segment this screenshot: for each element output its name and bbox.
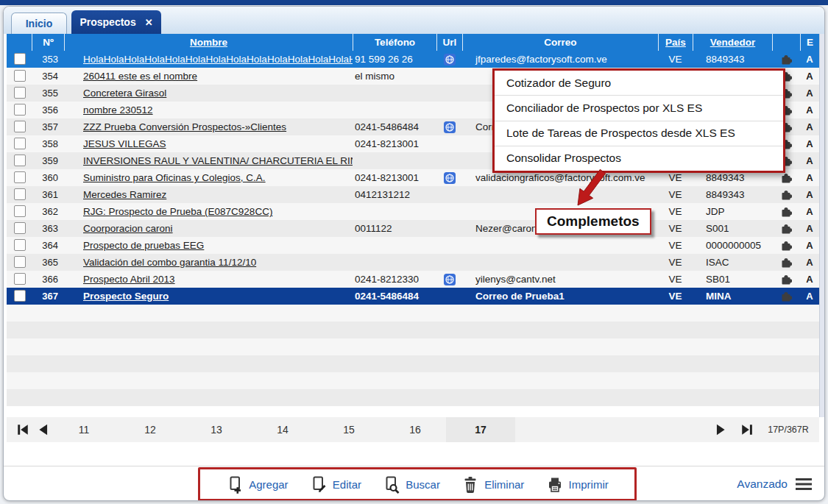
puzzle-icon[interactable]	[780, 240, 792, 252]
prospect-name-link[interactable]: RJG: Prospecto de Prueba (E087C928CC)	[64, 203, 353, 220]
row-checkbox[interactable]	[14, 121, 26, 132]
screen: Inicio Prospectos ✕ Nº Nombre Teléfono U…	[0, 0, 828, 504]
toolbar-button-editar[interactable]: Editar	[310, 475, 361, 494]
row-checkbox[interactable]	[14, 138, 26, 149]
pagination-page-11[interactable]: 11	[62, 417, 106, 442]
row-telefono: 0241-8213001	[353, 169, 436, 186]
table-row[interactable]: 364Prospecto de pruebas EEGVE0000000005A	[7, 237, 819, 254]
table-row[interactable]: 362RJG: Prospecto de Prueba (E087C928CC)…	[7, 203, 819, 220]
row-checkbox[interactable]	[14, 273, 26, 285]
puzzle-icon[interactable]	[780, 172, 792, 184]
table-row[interactable]: 363Coorporacion caroni0011122Nezer@caron…	[7, 220, 819, 237]
column-header-telefono: Teléfono	[353, 34, 436, 51]
puzzle-icon[interactable]	[780, 291, 792, 302]
row-checkbox[interactable]	[14, 290, 26, 302]
prospect-name-link[interactable]: Prospecto de pruebas EEG	[64, 237, 353, 254]
row-estado: A	[800, 203, 819, 220]
row-checkbox[interactable]	[14, 205, 26, 217]
empty-row	[7, 322, 819, 338]
puzzle-icon[interactable]	[780, 206, 792, 218]
pagination-current-page[interactable]: 17	[446, 417, 515, 442]
pagination-page-15[interactable]: 15	[327, 417, 371, 442]
menu-item[interactable]: Conciliador de Prospectos por XLS ES	[495, 95, 783, 120]
row-checkbox[interactable]	[14, 171, 26, 183]
menu-item[interactable]: Lote de Tareas de Prospectos desde XLS E…	[495, 121, 783, 146]
prospect-name-link[interactable]: Coorporacion caroni	[64, 220, 353, 237]
puzzle-icon[interactable]	[780, 223, 792, 235]
trash-icon	[461, 475, 479, 494]
table-row[interactable]: 367Prospecto Seguro0241-5486484Correo de…	[7, 288, 819, 305]
prospect-name-link[interactable]: Mercedes Ramirez	[64, 186, 353, 203]
right-scroll-rail[interactable]	[819, 34, 825, 417]
pagination-first-button[interactable]	[14, 417, 32, 442]
menu-item[interactable]: Cotizador de Seguro	[495, 71, 783, 95]
row-telefono	[353, 203, 436, 220]
globe-icon[interactable]	[444, 54, 456, 65]
row-checkbox[interactable]	[14, 87, 26, 99]
row-checkbox[interactable]	[14, 222, 26, 234]
advanced-button[interactable]: Avanzado	[737, 467, 813, 501]
row-estado: A	[800, 135, 819, 152]
prospect-name-link[interactable]: Suministro para Oficinas y Colegios, C.A…	[64, 169, 353, 186]
table-row[interactable]: 366Prospecto Abril 20130241-8212330yilen…	[7, 271, 819, 288]
tab-close-icon[interactable]: ✕	[145, 17, 153, 28]
prospect-name-link[interactable]: 260411 este es el nombre	[64, 68, 353, 85]
table-row[interactable]: 365Validación del combo garantia 11/12/1…	[7, 254, 819, 271]
pagination-page-13[interactable]: 13	[194, 417, 238, 442]
globe-icon[interactable]	[444, 274, 456, 285]
row-checkbox[interactable]	[14, 188, 26, 200]
toolbar-button-eliminar[interactable]: Eliminar	[461, 475, 524, 494]
row-telefono	[353, 254, 436, 271]
globe-icon[interactable]	[444, 172, 456, 184]
row-number: 365	[32, 254, 64, 271]
prospect-name-link[interactable]: Validación del combo garantia 11/12/10	[64, 254, 353, 271]
table-row[interactable]: 353HolaHolaHolaHolaHolaHolaHolaHolaHolaH…	[7, 51, 819, 68]
prospect-name-link[interactable]: HolaHolaHolaHolaHolaHolaHolaHolaHolaHola…	[64, 51, 353, 68]
prospect-name-link[interactable]: Prospecto Seguro	[64, 288, 353, 305]
row-url	[436, 203, 462, 220]
puzzle-icon[interactable]	[780, 54, 792, 65]
toolbar-highlight: AgregarEditarBuscarEliminarImprimir	[198, 467, 637, 501]
column-header-pais[interactable]: País	[658, 34, 693, 51]
row-checkbox[interactable]	[14, 53, 26, 65]
prospect-name-link[interactable]: Concretera Girasol	[64, 85, 353, 102]
toolbar-button-agregar[interactable]: Agregar	[226, 475, 288, 494]
tab-inicio-label: Inicio	[26, 18, 53, 29]
row-url	[436, 135, 462, 152]
globe-icon[interactable]	[444, 121, 456, 133]
menu-item[interactable]: Consolidar Prospectos	[495, 146, 783, 171]
column-header-nombre[interactable]: Nombre	[64, 34, 353, 51]
tab-prospectos-label: Prospectos	[79, 16, 135, 28]
tab-inicio[interactable]: Inicio	[11, 13, 67, 34]
pagination-page-14[interactable]: 14	[261, 417, 305, 442]
pagination-last-button[interactable]	[737, 417, 757, 442]
row-checkbox[interactable]	[14, 70, 26, 82]
toolbar-button-buscar[interactable]: Buscar	[383, 475, 440, 494]
table-row[interactable]: 361Mercedes Ramirez0412131212VE8849343A	[7, 186, 819, 203]
pagination-page-12[interactable]: 12	[128, 417, 172, 442]
column-header-vendedor[interactable]: Vendedor	[693, 34, 772, 51]
row-url	[436, 68, 462, 85]
puzzle-icon[interactable]	[780, 189, 792, 201]
pagination-next-button[interactable]	[712, 417, 729, 442]
row-addon-cell	[772, 288, 800, 305]
tab-prospectos[interactable]: Prospectos ✕	[71, 10, 161, 34]
row-checkbox[interactable]	[14, 239, 26, 251]
pagination-prev-button[interactable]	[35, 417, 52, 442]
puzzle-icon[interactable]	[780, 274, 792, 285]
row-estado: A	[800, 102, 819, 118]
row-number: 367	[32, 288, 64, 305]
toolbar-button-imprimir[interactable]: Imprimir	[546, 475, 609, 494]
row-pais: VE	[658, 220, 693, 237]
prospect-name-link[interactable]: nombre 230512	[64, 102, 353, 118]
toolbar-button-label: Eliminar	[484, 478, 524, 491]
prospect-name-link[interactable]: Prospecto Abril 2013	[64, 271, 353, 288]
row-checkbox[interactable]	[14, 104, 26, 116]
prospect-name-link[interactable]: JESUS VILLEGAS	[64, 135, 353, 152]
prospect-name-link[interactable]: INVERSIONES RAUL Y VALENTINA/ CHARCUTERI…	[64, 152, 353, 169]
pagination-page-16[interactable]: 16	[393, 417, 437, 442]
row-checkbox[interactable]	[14, 155, 26, 166]
puzzle-icon[interactable]	[780, 257, 792, 269]
prospect-name-link[interactable]: ZZZ Prueba Conversión Prospectos-»Client…	[64, 118, 353, 135]
row-checkbox[interactable]	[14, 256, 26, 268]
